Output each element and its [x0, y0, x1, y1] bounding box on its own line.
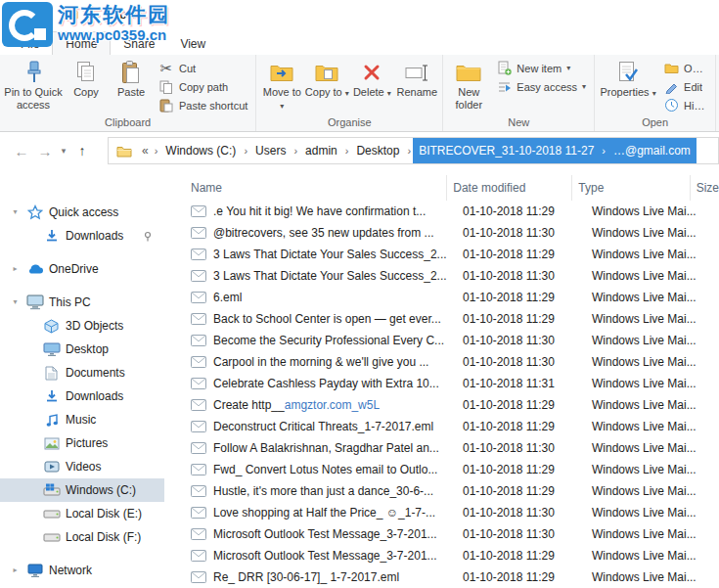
file-name-cell: Back to School Center is open — get ever… — [164, 312, 457, 326]
watermark-site-url: www.pc0359.cn — [58, 26, 170, 43]
sidebar-item-downloads[interactable]: Downloads — [0, 384, 164, 408]
chevron-right-icon[interactable]: ▸ — [10, 265, 21, 273]
tab-view[interactable]: View — [167, 32, 218, 55]
file-row[interactable]: Re_ DRR [30-06-17]_ 1-7-2017.eml01-10-20… — [164, 566, 719, 588]
breadcrumb-chevron-icon[interactable]: › — [242, 138, 249, 163]
file-date-modified: 01-10-2018 11:30 — [457, 506, 586, 520]
column-header-type[interactable]: Type — [572, 175, 690, 201]
file-type: Windows Live Mai... — [586, 463, 707, 476]
rename-button[interactable]: Rename — [394, 56, 439, 99]
file-name-cell: 3 Laws That Dictate Your Sales Success_2… — [164, 269, 457, 283]
new-item-icon — [496, 61, 512, 75]
breadcrumb-chevron-icon[interactable]: › — [600, 138, 607, 163]
history-button[interactable]: History — [658, 96, 712, 114]
new-folder-button[interactable]: New folder — [446, 56, 491, 112]
file-row[interactable]: Carpool in the morning & we'll give you … — [164, 351, 719, 373]
file-row[interactable]: Microsoft Outlook Test Message_3-7-201..… — [164, 523, 719, 545]
sidebar-item-label: Documents — [66, 366, 125, 380]
file-row[interactable]: Celebrate Cashless Payday with Extra 10.… — [164, 373, 719, 394]
copy-to-button[interactable]: Copy to ▾ — [304, 56, 349, 99]
column-header-name[interactable]: Name — [164, 175, 447, 201]
move-to-button[interactable]: Move to ▾ — [259, 56, 304, 112]
file-row[interactable]: Follow A Balakrishnan, Sragdhar Patel an… — [164, 437, 719, 459]
file-type: Windows Live Mai... — [586, 248, 707, 261]
sidebar-item-label: Network — [49, 564, 92, 577]
file-row[interactable]: Microsoft Outlook Test Message_3-7-201..… — [164, 545, 719, 566]
sidebar-item-music[interactable]: Music — [0, 408, 164, 431]
sidebar-item-local-disk-e[interactable]: Local Disk (E:) — [0, 502, 164, 525]
email-file-icon — [191, 464, 206, 475]
file-type: Windows Live Mai... — [586, 334, 707, 347]
edit-button[interactable]: Edit — [658, 77, 712, 96]
file-row[interactable]: Back to School Center is open — get ever… — [164, 308, 719, 330]
copy-path-button[interactable]: Copy path — [154, 77, 252, 96]
file-row[interactable]: Become the Security Professional Every C… — [164, 330, 719, 351]
sidebar-item-3d-objects[interactable]: 3D Objects — [0, 314, 164, 338]
sidebar-item-label: Pictures — [66, 436, 108, 450]
file-row[interactable]: Create http__amgztor.com_w5L01-10-2018 1… — [164, 394, 719, 416]
chevron-right-icon[interactable]: ▸ — [10, 566, 21, 574]
column-header-size[interactable]: Size — [691, 175, 719, 201]
pin-to-quick-access-button[interactable]: Pin to Quick access — [3, 56, 64, 112]
recent-locations-caret-icon[interactable]: ▾ — [57, 147, 70, 156]
new-item-button[interactable]: New item ▾ — [491, 59, 591, 77]
sidebar-item-downloads[interactable]: Downloads — [0, 224, 164, 248]
delete-button[interactable]: Delete ▾ — [349, 56, 394, 99]
paste-button[interactable]: Paste — [109, 56, 154, 99]
open-button[interactable]: Open — [658, 59, 712, 77]
sidebar-item-quick-access[interactable]: ▾Quick access — [0, 201, 164, 224]
easy-access-button[interactable]: Easy access ▾ — [491, 77, 591, 96]
back-button[interactable]: ← — [10, 144, 33, 158]
properties-button[interactable]: Properties ▾ — [598, 56, 658, 99]
forward-button[interactable]: → — [33, 144, 57, 158]
sidebar-item-pictures[interactable]: Pictures — [0, 431, 164, 455]
cut-button[interactable]: ✂ Cut — [154, 59, 252, 77]
up-button[interactable]: ↑ — [70, 144, 94, 158]
sidebar-item-onedrive[interactable]: ▸OneDrive — [0, 257, 164, 281]
file-row[interactable]: 6.eml01-10-2018 11:29Windows Live Mai... — [164, 287, 719, 308]
file-row[interactable]: 3 Laws That Dictate Your Sales Success_2… — [164, 244, 719, 265]
file-date-modified: 01-10-2018 11:30 — [457, 355, 586, 369]
breadcrumb-segment-admin[interactable]: admin — [299, 138, 343, 163]
file-row[interactable]: @bitrecovers, see 35 new updates from ..… — [164, 222, 719, 244]
file-rows: .e You hit it big! We have confirmation … — [164, 201, 719, 588]
file-row[interactable]: Deconstruct Critical Threats_1-7-2017.em… — [164, 416, 719, 437]
sidebar-item-label: 3D Objects — [66, 319, 123, 333]
column-header-date-modified[interactable]: Date modified — [447, 175, 572, 201]
file-date-modified: 01-10-2018 11:30 — [457, 334, 586, 347]
breadcrumb-chevron-icon[interactable]: › — [153, 138, 160, 163]
group-label-new: New — [446, 115, 591, 131]
breadcrumb-segment-windows-c[interactable]: Windows (C:) — [159, 138, 242, 163]
breadcrumb-segment-gmail-com[interactable]: …@gmail.com — [607, 138, 697, 163]
breadcrumb-chevron-icon[interactable]: › — [343, 138, 351, 163]
file-row[interactable]: 3 Laws That Dictate Your Sales Success_2… — [164, 265, 719, 287]
sidebar-item-local-disk-f[interactable]: Local Disk (F:) — [0, 525, 164, 549]
file-row[interactable]: .e You hit it big! We have confirmation … — [164, 201, 719, 222]
sidebar-item-this-pc[interactable]: ▾This PC — [0, 291, 164, 314]
file-name-cell: Follow A Balakrishnan, Sragdhar Patel an… — [164, 441, 457, 455]
file-type: Windows Live Mai... — [586, 506, 707, 520]
file-row[interactable]: Hustle, it's more than just a dance_30-6… — [164, 480, 719, 502]
file-row[interactable]: Fwd_ Convert Lotus Notes email to Outlo.… — [164, 459, 719, 480]
sidebar-item-windows-c[interactable]: Windows (C:) — [0, 478, 164, 502]
file-name: Microsoft Outlook Test Message_3-7-201..… — [213, 527, 437, 541]
breadcrumb-chevron-icon[interactable]: › — [292, 138, 299, 163]
sidebar-item-desktop[interactable]: Desktop — [0, 338, 164, 361]
breadcrumb-chevron-icon[interactable]: › — [405, 138, 413, 163]
breadcrumb-overflow[interactable]: « — [138, 138, 153, 163]
email-file-icon — [191, 313, 206, 325]
breadcrumb-segment-desktop[interactable]: Desktop — [350, 138, 405, 163]
chevron-down-icon[interactable]: ▾ — [10, 298, 21, 306]
star-icon — [25, 204, 44, 220]
sidebar-item-network[interactable]: ▸Network — [0, 559, 164, 582]
copy-button[interactable]: Copy — [64, 56, 109, 99]
chevron-down-icon[interactable]: ▾ — [10, 208, 21, 216]
address-bar[interactable]: «›Windows (C:)›Users›admin›Desktop›BITRE… — [108, 137, 719, 164]
breadcrumb-segment-bitrecover-31-10-2018-11-27[interactable]: BITRECOVER_31-10-2018 11-27 — [413, 138, 600, 163]
breadcrumb-segment-users[interactable]: Users — [249, 138, 292, 163]
file-name: .e You hit it big! We have confirmation … — [213, 204, 426, 218]
sidebar-item-documents[interactable]: Documents — [0, 361, 164, 384]
sidebar-item-videos[interactable]: Videos — [0, 455, 164, 478]
paste-shortcut-button[interactable]: Paste shortcut — [154, 96, 252, 114]
file-row[interactable]: Love shopping at Half the Price_ ☺_1-7-.… — [164, 502, 719, 523]
